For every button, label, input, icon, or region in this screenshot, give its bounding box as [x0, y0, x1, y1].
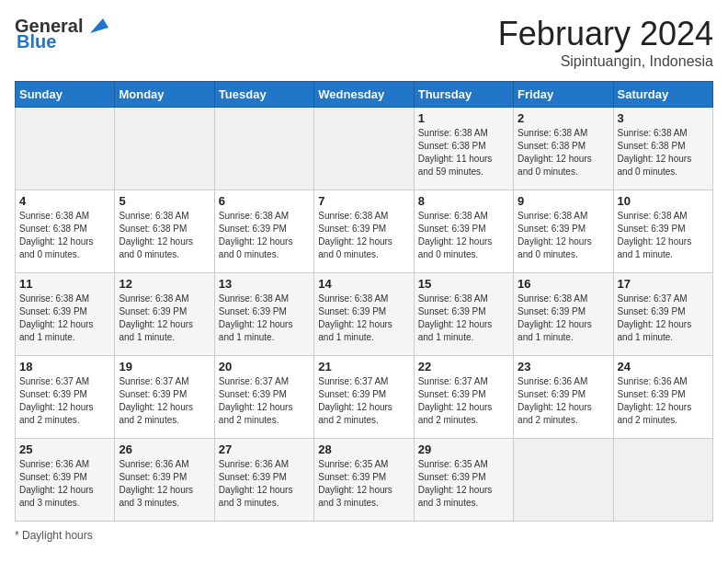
calendar-cell: 29Sunrise: 6:35 AMSunset: 6:39 PMDayligh…	[414, 439, 513, 522]
day-number: 17	[618, 277, 709, 291]
calendar-cell	[115, 108, 214, 190]
day-number: 3	[618, 111, 709, 125]
calendar-week-3: 18Sunrise: 6:37 AMSunset: 6:39 PMDayligh…	[16, 356, 713, 439]
day-info: Sunrise: 6:36 AMSunset: 6:39 PMDaylight:…	[119, 458, 210, 510]
day-info: Sunrise: 6:36 AMSunset: 6:39 PMDaylight:…	[618, 375, 709, 427]
day-info: Sunrise: 6:38 AMSunset: 6:39 PMDaylight:…	[219, 293, 310, 344]
calendar-week-2: 11Sunrise: 6:38 AMSunset: 6:39 PMDayligh…	[16, 273, 713, 356]
calendar-cell: 26Sunrise: 6:36 AMSunset: 6:39 PMDayligh…	[115, 439, 214, 522]
calendar-cell: 13Sunrise: 6:38 AMSunset: 6:39 PMDayligh…	[214, 273, 313, 356]
day-info: Sunrise: 6:38 AMSunset: 6:39 PMDaylight:…	[119, 293, 210, 344]
day-number: 24	[618, 360, 709, 373]
daylight-label: Daylight hours	[22, 529, 93, 542]
day-info: Sunrise: 6:35 AMSunset: 6:39 PMDaylight:…	[318, 458, 409, 510]
logo-blue-text: Blue	[17, 31, 56, 52]
day-number: 9	[518, 194, 609, 208]
day-info: Sunrise: 6:38 AMSunset: 6:38 PMDaylight:…	[518, 127, 609, 178]
day-info: Sunrise: 6:38 AMSunset: 6:38 PMDaylight:…	[418, 127, 509, 178]
calendar-cell: 23Sunrise: 6:36 AMSunset: 6:39 PMDayligh…	[514, 356, 613, 439]
day-header-thursday: Thursday	[414, 82, 513, 108]
calendar-cell: 5Sunrise: 6:38 AMSunset: 6:38 PMDaylight…	[115, 190, 214, 273]
calendar-cell: 11Sunrise: 6:38 AMSunset: 6:39 PMDayligh…	[16, 273, 115, 356]
calendar-body: 1Sunrise: 6:38 AMSunset: 6:38 PMDaylight…	[16, 108, 713, 522]
day-info: Sunrise: 6:38 AMSunset: 6:39 PMDaylight:…	[518, 210, 609, 261]
logo-bird-icon	[83, 15, 110, 37]
calendar-cell	[613, 439, 712, 522]
day-info: Sunrise: 6:38 AMSunset: 6:38 PMDaylight:…	[119, 210, 210, 261]
day-number: 5	[119, 194, 210, 208]
svg-marker-0	[90, 18, 108, 33]
day-number: 21	[318, 360, 409, 373]
calendar-cell: 4Sunrise: 6:38 AMSunset: 6:38 PMDaylight…	[16, 190, 115, 273]
calendar-week-0: 1Sunrise: 6:38 AMSunset: 6:38 PMDaylight…	[16, 108, 713, 190]
title-area: February 2024 Sipintuangin, Indonesia	[498, 15, 713, 70]
day-info: Sunrise: 6:37 AMSunset: 6:39 PMDaylight:…	[418, 375, 509, 427]
calendar-table: SundayMondayTuesdayWednesdayThursdayFrid…	[15, 81, 713, 522]
calendar-cell: 22Sunrise: 6:37 AMSunset: 6:39 PMDayligh…	[414, 356, 513, 439]
day-info: Sunrise: 6:38 AMSunset: 6:39 PMDaylight:…	[318, 293, 409, 344]
calendar-cell	[514, 439, 613, 522]
day-info: Sunrise: 6:36 AMSunset: 6:39 PMDaylight:…	[518, 375, 609, 427]
day-number: 23	[518, 360, 609, 373]
day-number: 8	[418, 194, 509, 208]
calendar-header: SundayMondayTuesdayWednesdayThursdayFrid…	[16, 82, 713, 108]
calendar-cell	[314, 108, 414, 190]
day-number: 27	[219, 442, 310, 456]
day-info: Sunrise: 6:37 AMSunset: 6:39 PMDaylight:…	[219, 375, 310, 427]
calendar-week-4: 25Sunrise: 6:36 AMSunset: 6:39 PMDayligh…	[16, 439, 713, 522]
calendar-cell: 2Sunrise: 6:38 AMSunset: 6:38 PMDaylight…	[514, 108, 613, 190]
days-of-week-row: SundayMondayTuesdayWednesdayThursdayFrid…	[16, 82, 713, 108]
calendar-cell: 15Sunrise: 6:38 AMSunset: 6:39 PMDayligh…	[414, 273, 513, 356]
calendar-cell: 10Sunrise: 6:38 AMSunset: 6:39 PMDayligh…	[613, 190, 712, 273]
day-number: 19	[119, 360, 210, 373]
calendar-week-1: 4Sunrise: 6:38 AMSunset: 6:38 PMDaylight…	[16, 190, 713, 273]
day-header-tuesday: Tuesday	[214, 82, 313, 108]
logo-area: General Blue	[15, 15, 110, 52]
day-number: 4	[19, 194, 110, 208]
day-info: Sunrise: 6:38 AMSunset: 6:39 PMDaylight:…	[19, 293, 110, 344]
day-info: Sunrise: 6:38 AMSunset: 6:39 PMDaylight:…	[618, 210, 709, 261]
day-number: 20	[219, 360, 310, 373]
day-info: Sunrise: 6:38 AMSunset: 6:38 PMDaylight:…	[19, 210, 110, 261]
day-info: Sunrise: 6:38 AMSunset: 6:39 PMDaylight:…	[418, 293, 509, 344]
day-number: 25	[19, 442, 110, 456]
month-title: February 2024	[498, 15, 713, 53]
day-number: 29	[418, 442, 509, 456]
calendar-cell: 19Sunrise: 6:37 AMSunset: 6:39 PMDayligh…	[115, 356, 214, 439]
calendar-cell: 8Sunrise: 6:38 AMSunset: 6:39 PMDaylight…	[414, 190, 513, 273]
location-title: Sipintuangin, Indonesia	[498, 53, 713, 70]
day-info: Sunrise: 6:38 AMSunset: 6:39 PMDaylight:…	[518, 293, 609, 344]
calendar-cell	[16, 108, 115, 190]
day-number: 13	[219, 277, 310, 291]
day-number: 2	[518, 111, 609, 125]
calendar-cell: 27Sunrise: 6:36 AMSunset: 6:39 PMDayligh…	[214, 439, 313, 522]
calendar-cell: 25Sunrise: 6:36 AMSunset: 6:39 PMDayligh…	[16, 439, 115, 522]
logo-icon-area	[83, 15, 110, 37]
calendar-cell: 24Sunrise: 6:36 AMSunset: 6:39 PMDayligh…	[613, 356, 712, 439]
footer-note: * Daylight hours	[15, 529, 713, 542]
day-info: Sunrise: 6:37 AMSunset: 6:39 PMDaylight:…	[318, 375, 409, 427]
day-header-sunday: Sunday	[16, 82, 115, 108]
calendar-cell: 20Sunrise: 6:37 AMSunset: 6:39 PMDayligh…	[214, 356, 313, 439]
day-number: 6	[219, 194, 310, 208]
day-number: 18	[19, 360, 110, 373]
header: General Blue February 2024 Sipintuangin,…	[15, 15, 713, 70]
calendar-cell: 14Sunrise: 6:38 AMSunset: 6:39 PMDayligh…	[314, 273, 414, 356]
day-number: 28	[318, 442, 409, 456]
day-number: 22	[418, 360, 509, 373]
day-info: Sunrise: 6:35 AMSunset: 6:39 PMDaylight:…	[418, 458, 509, 510]
day-info: Sunrise: 6:37 AMSunset: 6:39 PMDaylight:…	[119, 375, 210, 427]
day-info: Sunrise: 6:38 AMSunset: 6:39 PMDaylight:…	[219, 210, 310, 261]
calendar-cell: 28Sunrise: 6:35 AMSunset: 6:39 PMDayligh…	[314, 439, 414, 522]
day-info: Sunrise: 6:36 AMSunset: 6:39 PMDaylight:…	[19, 458, 110, 510]
calendar-cell: 17Sunrise: 6:37 AMSunset: 6:39 PMDayligh…	[613, 273, 712, 356]
calendar-cell: 16Sunrise: 6:38 AMSunset: 6:39 PMDayligh…	[514, 273, 613, 356]
calendar-cell: 1Sunrise: 6:38 AMSunset: 6:38 PMDaylight…	[414, 108, 513, 190]
day-info: Sunrise: 6:36 AMSunset: 6:39 PMDaylight:…	[219, 458, 310, 510]
day-header-friday: Friday	[514, 82, 613, 108]
day-number: 10	[618, 194, 709, 208]
calendar-cell: 6Sunrise: 6:38 AMSunset: 6:39 PMDaylight…	[214, 190, 313, 273]
day-info: Sunrise: 6:37 AMSunset: 6:39 PMDaylight:…	[19, 375, 110, 427]
day-info: Sunrise: 6:37 AMSunset: 6:39 PMDaylight:…	[618, 293, 709, 344]
day-info: Sunrise: 6:38 AMSunset: 6:38 PMDaylight:…	[618, 127, 709, 178]
